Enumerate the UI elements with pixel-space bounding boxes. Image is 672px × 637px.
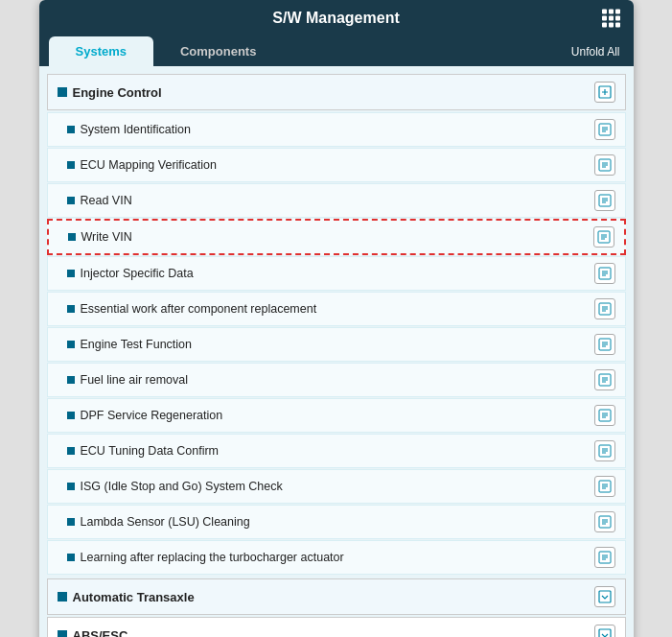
item-isg-check[interactable]: ISG (Idle Stop and Go) System Check [47,469,626,504]
section-engine-control[interactable]: Engine Control [47,74,626,110]
engine-items-list: System Identification ECU Mapping Verifi… [47,112,626,575]
item-system-id[interactable]: System Identification [47,112,626,147]
item-engine-test[interactable]: Engine Test Function [47,327,626,362]
tab-bar: Systems Components Unfold All [39,36,634,66]
item-btn-system-id[interactable] [594,119,615,140]
grid-icon[interactable] [602,10,620,28]
item-label-isg-check: ISG (Idle Stop and Go) System Check [81,480,283,493]
section-action-transaxle[interactable] [594,586,615,607]
section-title-transaxle: Automatic Transaxle [73,590,195,604]
item-lambda-sensor[interactable]: Lambda Sensor (LSU) Cleaning [47,505,626,539]
tab-systems[interactable]: Systems [49,36,153,66]
tab-components[interactable]: Components [153,36,283,66]
section-action-engine[interactable] [594,82,615,103]
section-icon-abs [58,630,67,637]
item-ecu-tuning[interactable]: ECU Tuning Data Confirm [47,434,626,468]
unfold-all-button[interactable]: Unfold All [571,45,620,59]
item-write-vin[interactable]: Write VIN [47,219,626,255]
item-btn-dpf-service[interactable] [594,405,615,426]
item-btn-lambda-sensor[interactable] [594,511,615,532]
section-title-engine: Engine Control [73,85,162,100]
item-ecu-mapping[interactable]: ECU Mapping Verification [47,148,626,182]
svg-rect-56 [599,629,611,637]
item-btn-write-vin[interactable] [593,226,614,248]
item-label-read-vin: Read VIN [81,194,132,207]
section-automatic-transaxle[interactable]: Automatic Transaxle [47,578,626,615]
content-area: Engine Control System Identification [39,66,634,637]
item-btn-injector-data[interactable] [594,263,615,284]
item-btn-ecu-mapping[interactable] [594,154,615,176]
item-btn-engine-test[interactable] [594,334,615,355]
item-label-ecu-mapping: ECU Mapping Verification [81,158,217,172]
section-title-abs: ABS/ESC [73,628,128,638]
section-icon-engine [58,87,67,97]
svg-rect-55 [599,591,611,602]
title-bar: S/W Management [39,0,634,36]
item-btn-turbocharger[interactable] [594,547,615,568]
item-label-ecu-tuning: ECU Tuning Data Confirm [81,444,220,458]
section-abs-esc[interactable]: ABS/ESC [47,617,626,637]
item-essential-work[interactable]: Essential work after component replaceme… [47,292,626,326]
item-label-essential-work: Essential work after component replaceme… [81,302,317,316]
section-action-abs[interactable] [594,625,615,637]
item-label-lambda-sensor: Lambda Sensor (LSU) Cleaning [81,515,250,529]
item-label-turbocharger: Learning after replacing the turbocharge… [81,551,344,564]
item-btn-essential-work[interactable] [594,298,615,319]
item-btn-isg-check[interactable] [594,476,615,497]
app-title: S/W Management [272,10,399,27]
section-icon-transaxle [58,592,67,602]
item-btn-fuel-line[interactable] [594,369,615,390]
item-turbocharger[interactable]: Learning after replacing the turbocharge… [47,540,626,575]
item-label-fuel-line: Fuel line air removal [81,373,189,387]
item-label-dpf-service: DPF Service Regeneration [81,409,223,422]
item-fuel-line[interactable]: Fuel line air removal [47,363,626,397]
item-label-engine-test: Engine Test Function [81,338,193,351]
item-injector-data[interactable]: Injector Specific Data [47,256,626,291]
item-read-vin[interactable]: Read VIN [47,183,626,218]
item-btn-read-vin[interactable] [594,190,615,211]
item-label-system-id: System Identification [81,123,191,136]
item-label-write-vin: Write VIN [81,230,132,244]
item-dpf-service[interactable]: DPF Service Regeneration [47,398,626,433]
item-btn-ecu-tuning[interactable] [594,440,615,461]
app-container: S/W Management Systems Components Unfold… [39,0,634,637]
item-label-injector-data: Injector Specific Data [81,267,194,280]
